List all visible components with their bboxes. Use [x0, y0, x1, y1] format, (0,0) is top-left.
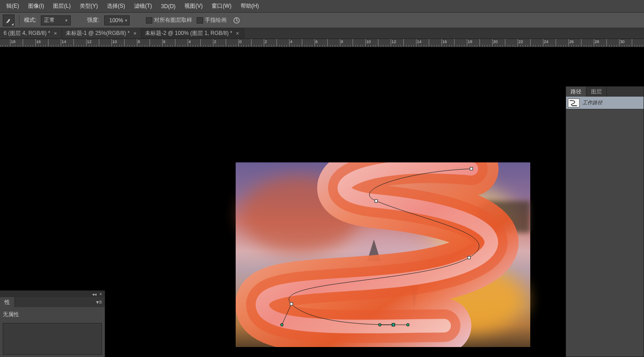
path-anchor-selected[interactable] [392, 323, 395, 327]
collapse-icon: ◂◂ [92, 292, 97, 297]
path-handle[interactable] [281, 323, 284, 327]
document-tabs: 6 (图层 4, RGB/8) * × 未标题-1 @ 25%(RGB/8) *… [0, 28, 644, 39]
menu-select[interactable]: 选择(S) [102, 0, 130, 12]
path-anchor[interactable] [375, 200, 378, 203]
panel-tabs: 路径 图层 [566, 87, 644, 97]
tab-properties[interactable]: 性 [0, 297, 15, 307]
path-handle[interactable] [407, 323, 410, 327]
tab-layers[interactable]: 图层 [586, 87, 607, 97]
strength-input[interactable]: 100% ▾ [104, 15, 130, 25]
properties-panel[interactable]: ◂◂ × 性 ▾≡ 无属性 [0, 290, 105, 357]
checkbox-empty-icon [146, 17, 152, 24]
document-tab-1[interactable]: 未标题-1 @ 25%(RGB/8) * × [62, 28, 142, 39]
menu-view[interactable]: 视图(V) [180, 0, 207, 12]
mode-label: 模式: [24, 16, 36, 24]
menu-3d[interactable]: 3D(D) [156, 1, 180, 11]
finger-painting-label: 手指绘画 [205, 16, 227, 24]
close-icon[interactable]: × [235, 30, 240, 37]
strength-label: 强度: [87, 16, 99, 24]
tablet-pressure-button[interactable] [231, 15, 242, 26]
menu-edit[interactable]: 辑(E) [2, 0, 24, 12]
path-row-label: 工作路径 [582, 99, 602, 106]
paths-panel-body: 工作路径 [566, 97, 644, 357]
document-tab-label: 6 (图层 4, RGB/8) * [4, 29, 50, 37]
pen-pressure-icon [233, 17, 240, 24]
path-anchor[interactable] [468, 256, 471, 259]
path-handle[interactable] [378, 323, 382, 327]
chevron-down-icon: ▾ [65, 18, 68, 23]
sample-all-layers-label: 对所有图层取样 [154, 16, 192, 24]
menu-layer[interactable]: 图层(L) [48, 0, 75, 12]
options-bar: 模式: 正常 ▾ 强度: 100% ▾ 对所有图层取样 手指绘画 [0, 13, 644, 28]
menu-bar: 辑(E) 图像(I) 图层(L) 类型(Y) 选择(S) 滤镜(T) 3D(D)… [0, 0, 644, 13]
document-tab-2[interactable]: 未标题-2 @ 100% (图层 1, RGB/8) * × [141, 28, 244, 39]
menu-image[interactable]: 图像(I) [24, 0, 48, 12]
svg-point-0 [6, 22, 8, 23]
sample-all-layers-checkbox[interactable]: 对所有图层取样 [146, 16, 192, 24]
close-icon[interactable]: × [132, 30, 137, 37]
close-icon[interactable]: × [99, 292, 102, 297]
no-properties-label: 无属性 [3, 311, 102, 318]
finger-painting-checkbox[interactable]: 手指绘画 [197, 16, 227, 24]
menu-filter[interactable]: 滤镜(T) [130, 0, 156, 12]
chevron-down-icon: ▾ [125, 18, 127, 23]
panel-menu-icon[interactable]: ▾≡ [96, 299, 102, 305]
smudge-tool-icon [5, 17, 12, 24]
tool-preset-picker[interactable] [3, 15, 15, 26]
properties-empty-area [3, 323, 102, 355]
mode-value: 正常 [44, 16, 55, 24]
path-anchor[interactable] [290, 303, 293, 306]
document-tab-0[interactable]: 6 (图层 4, RGB/8) * × [0, 28, 62, 39]
properties-body: 无属性 [0, 307, 105, 357]
properties-tabs: 性 ▾≡ [0, 297, 105, 307]
close-icon[interactable]: × [53, 30, 58, 37]
checkbox-empty-icon [197, 17, 203, 24]
path-anchor[interactable] [470, 167, 473, 171]
menu-type[interactable]: 类型(Y) [75, 0, 102, 12]
svg-line-2 [282, 304, 291, 325]
path-row-work-path[interactable]: 工作路径 [566, 97, 644, 109]
menu-window[interactable]: 窗口(W) [207, 0, 236, 12]
panel-collapse-bar[interactable]: ◂◂ × [0, 291, 105, 297]
document-canvas[interactable] [236, 162, 530, 347]
menu-help[interactable]: 帮助(H) [236, 0, 264, 12]
work-path[interactable] [236, 162, 530, 347]
strength-value: 100% [109, 17, 123, 24]
document-tab-label: 未标题-1 @ 25%(RGB/8) * [66, 29, 130, 37]
separator [19, 15, 19, 26]
mode-dropdown[interactable]: 正常 ▾ [41, 15, 71, 25]
document-tab-label: 未标题-2 @ 100% (图层 1, RGB/8) * [145, 29, 232, 37]
horizontal-ruler[interactable]: 1816141210864202468101214161820222426283… [0, 39, 644, 47]
path-thumbnail [568, 98, 580, 108]
tab-paths[interactable]: 路径 [566, 87, 586, 97]
paths-panel[interactable]: 路径 图层 工作路径 [566, 86, 644, 357]
